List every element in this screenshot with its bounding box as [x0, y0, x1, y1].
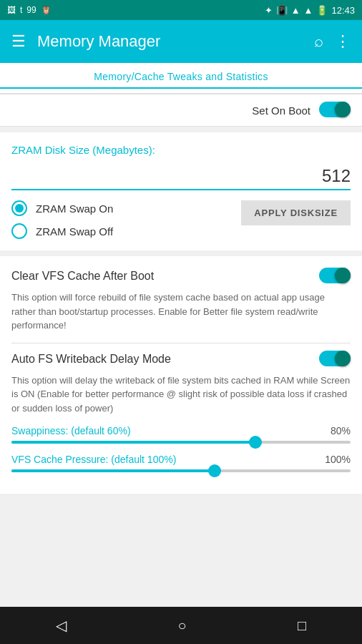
vfs-pressure-title: VFS Cache Pressure: (default 100%) — [11, 454, 176, 465]
zram-radio-group: ZRAM Swap On ZRAM Swap Off — [11, 200, 113, 239]
status-bar-right: ✦ 📳 ▲ ▲ 🔋 12:43 — [265, 5, 355, 16]
zram-title: ZRAM Disk Size (Megabytes): — [11, 144, 351, 156]
swappiness-track[interactable] — [11, 441, 351, 444]
apply-disksize-button[interactable]: APPLY DISKSIZE — [241, 200, 351, 225]
vibrate-icon: 📳 — [276, 5, 288, 16]
toolbar: ☰ Memory Manager ⌕ ⋮ — [0, 20, 362, 63]
wifi-icon: ▲ — [291, 5, 300, 16]
page-title: Memory Manager — [37, 32, 303, 51]
settings-card: Clear VFS Cache After Boot This option w… — [0, 256, 362, 494]
zram-disk-size-input[interactable] — [279, 166, 351, 186]
swappiness-fill — [11, 441, 255, 444]
swappiness-header: Swappiness: (default 60%) 80% — [11, 425, 351, 436]
auto-fs-desc: This option will delay the writeback of … — [11, 374, 351, 416]
nav-bar: ◁ ○ □ — [0, 607, 362, 644]
auto-fs-track — [319, 351, 351, 366]
auto-fs-row: Auto FS Writeback Delay Mode — [11, 351, 351, 368]
status-img-icon: 🖼 — [7, 5, 16, 15]
menu-button[interactable]: ☰ — [11, 32, 26, 51]
set-on-boot-row: Set On Boot — [0, 94, 362, 127]
auto-fs-label: Auto FS Writeback Delay Mode — [11, 353, 171, 366]
tab-underline — [0, 87, 362, 89]
main-content: Set On Boot ZRAM Disk Size (Megabytes): … — [0, 94, 362, 607]
status-t-icon: t — [20, 5, 22, 15]
auto-fs-toggle[interactable] — [319, 351, 351, 368]
signal-icon: ▲ — [304, 5, 313, 16]
toggle-track — [319, 102, 351, 117]
radio-circle-off — [11, 223, 27, 239]
radio-inner-on — [15, 204, 24, 213]
status-owl-icon: 🦉 — [41, 5, 52, 15]
clear-vfs-row: Clear VFS Cache After Boot — [11, 268, 351, 285]
status-time: 12:43 — [331, 5, 355, 16]
vfs-pressure-fill — [11, 469, 215, 472]
home-button[interactable]: ○ — [177, 618, 186, 634]
zram-input-row — [11, 166, 351, 190]
battery-icon: 🔋 — [316, 5, 328, 16]
recents-button[interactable]: □ — [298, 618, 306, 634]
swappiness-thumb — [249, 436, 262, 449]
vfs-pressure-thumb — [208, 464, 221, 477]
radio-circle-on — [11, 200, 27, 216]
set-on-boot-label: Set On Boot — [252, 104, 310, 117]
zram-swap-on-radio[interactable]: ZRAM Swap On — [11, 200, 113, 216]
zram-card: ZRAM Disk Size (Megabytes): ZRAM Swap On… — [0, 132, 362, 250]
clear-vfs-label: Clear VFS Cache After Boot — [11, 270, 154, 283]
more-button[interactable]: ⋮ — [335, 32, 351, 51]
zram-swap-on-label: ZRAM Swap On — [36, 203, 113, 215]
vfs-pressure-value: 100% — [325, 454, 351, 465]
swappiness-section: Swappiness: (default 60%) 80% — [11, 425, 351, 444]
bluetooth-icon: ✦ — [265, 5, 273, 16]
auto-fs-thumb — [335, 351, 351, 366]
search-button[interactable]: ⌕ — [314, 32, 323, 51]
swappiness-title: Swappiness: (default 60%) — [11, 425, 131, 436]
swappiness-value: 80% — [331, 425, 351, 436]
vfs-pressure-section: VFS Cache Pressure: (default 100%) 100% — [11, 454, 351, 472]
clear-vfs-track — [319, 268, 351, 283]
vfs-pressure-track[interactable] — [11, 469, 351, 472]
tab-label[interactable]: Memory/Cache Tweaks and Statistics — [94, 71, 268, 82]
clear-vfs-toggle[interactable] — [319, 268, 351, 285]
zram-swap-off-radio[interactable]: ZRAM Swap Off — [11, 223, 113, 239]
status-bar: 🖼 t 99 🦉 ✦ 📳 ▲ ▲ 🔋 12:43 — [0, 0, 362, 20]
clear-vfs-thumb — [335, 268, 351, 283]
status-bar-left: 🖼 t 99 🦉 — [7, 5, 52, 15]
back-button[interactable]: ◁ — [56, 617, 67, 634]
zram-swap-off-label: ZRAM Swap Off — [36, 225, 113, 238]
divider-1 — [11, 343, 351, 343]
clear-vfs-desc: This option will force rebuild of file s… — [11, 291, 351, 333]
status-99-badge: 99 — [26, 5, 36, 15]
set-on-boot-toggle[interactable] — [319, 102, 351, 119]
vfs-pressure-header: VFS Cache Pressure: (default 100%) 100% — [11, 454, 351, 465]
toggle-thumb — [335, 102, 351, 117]
tab-bar: Memory/Cache Tweaks and Statistics — [0, 63, 362, 94]
